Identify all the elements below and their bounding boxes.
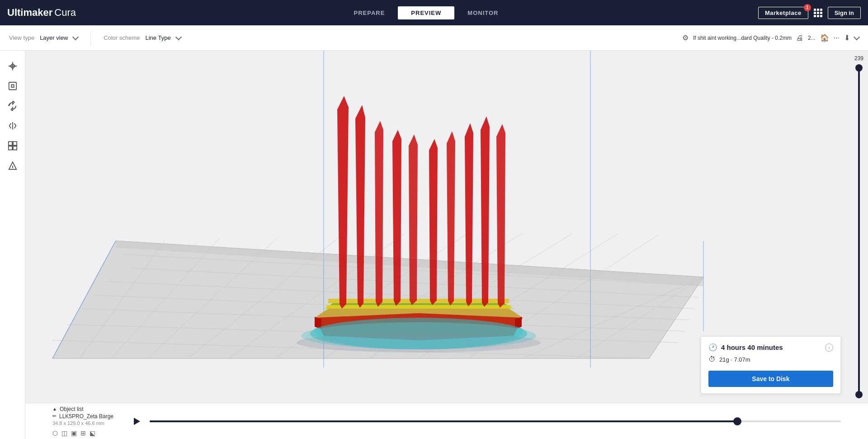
svg-marker-47 xyxy=(465,123,473,306)
playback-thumb[interactable] xyxy=(733,417,741,425)
tool-mirror[interactable] xyxy=(5,118,21,134)
layer-slider-track[interactable] xyxy=(858,64,860,398)
view-type-value: Layer view xyxy=(40,34,68,41)
color-scheme-label: Color scheme xyxy=(104,34,140,41)
layer-slider-panel: 239 xyxy=(850,51,868,403)
mini-icons-row: ⬡ ◫ ▣ ⊞ ⬕ xyxy=(52,429,113,437)
toolbar-right: ⚙ If shit aint working...dard Quality - … xyxy=(682,33,859,42)
edit-icon: ✏ xyxy=(52,413,57,419)
profile-settings-icon[interactable]: 🏠 xyxy=(820,33,829,42)
toolbar-bar: View type Layer view Color scheme Line T… xyxy=(0,25,868,51)
tab-preview[interactable]: PREVIEW xyxy=(398,6,454,19)
clock-icon: 🕐 xyxy=(708,343,717,352)
nav-tabs: PREPARE PREVIEW MONITOR xyxy=(94,6,758,19)
front-icon[interactable]: ▣ xyxy=(71,429,77,437)
marketplace-badge: 1 xyxy=(804,4,811,11)
copy-icon[interactable]: ⬕ xyxy=(90,429,95,437)
playback-slider[interactable] xyxy=(150,420,841,422)
main-area: ▲ Object list ✏ LLK5PRO_Zeta Barge 34.8 … xyxy=(0,51,868,439)
apps-grid-icon[interactable] xyxy=(814,9,822,17)
view-type-dropdown[interactable]: View type Layer view xyxy=(9,34,78,41)
toolbar-divider-1 xyxy=(90,31,91,45)
object-list-label: Object list xyxy=(60,406,84,412)
color-scheme-value: Line Type xyxy=(145,34,170,41)
more-options-icon[interactable]: ··· xyxy=(834,34,840,42)
shape-icon[interactable]: ◫ xyxy=(61,429,67,437)
play-triangle-icon xyxy=(134,418,140,425)
logo-light: Cura xyxy=(54,7,76,19)
save-to-disk-button[interactable]: Save to Disk xyxy=(708,371,833,387)
svg-marker-43 xyxy=(392,130,401,306)
marketplace-label: Marketplace xyxy=(765,10,802,16)
logo-bold: Ultimaker xyxy=(7,7,52,19)
time-row: 🕐 4 hours 40 minutes i xyxy=(708,343,833,352)
svg-marker-44 xyxy=(409,134,418,305)
playback-bar xyxy=(113,416,859,427)
svg-marker-48 xyxy=(481,116,490,307)
settings-icon[interactable]: ⚙ xyxy=(682,33,689,42)
layer-number: 239 xyxy=(854,55,863,62)
tool-scale[interactable] xyxy=(5,78,21,94)
svg-rect-3 xyxy=(8,146,12,150)
app-logo: Ultimaker Cura xyxy=(7,7,76,19)
svg-marker-46 xyxy=(447,131,455,305)
toolbar-expand-button[interactable] xyxy=(854,37,859,39)
object-list-row: ▲ Object list xyxy=(52,406,113,412)
chevron-up-icon: ▲ xyxy=(52,406,57,411)
color-scheme-dropdown[interactable]: Color scheme Line Type xyxy=(104,34,180,41)
tab-prepare[interactable]: PREPARE xyxy=(340,6,398,19)
viewport[interactable]: ▲ Object list ✏ LLK5PRO_Zeta Barge 34.8 … xyxy=(25,51,868,439)
estimate-material: 21g · 7.07m xyxy=(719,356,750,363)
download-icon[interactable]: ⬇ xyxy=(844,33,850,42)
tab-monitor[interactable]: MONITOR xyxy=(454,6,511,19)
estimate-time: 4 hours 40 minutes xyxy=(721,344,821,351)
layer-thumb-top[interactable] xyxy=(855,64,863,72)
left-sidebar xyxy=(0,51,25,439)
object-info: ▲ Object list ✏ LLK5PRO_Zeta Barge 34.8 … xyxy=(52,406,113,437)
tool-support[interactable] xyxy=(5,157,21,174)
svg-marker-42 xyxy=(375,121,383,307)
object-dimensions: 34.8 x 129.0 x 46.6 mm xyxy=(52,420,113,426)
nav-right: Marketplace 1 Sign in xyxy=(758,7,861,19)
top-navigation: Ultimaker Cura PREPARE PREVIEW MONITOR M… xyxy=(0,0,868,25)
profile-text: If shit aint working...dard Quality - 0.… xyxy=(693,35,792,41)
svg-marker-45 xyxy=(429,139,438,305)
bottom-bar: ▲ Object list ✏ LLK5PRO_Zeta Barge 34.8 … xyxy=(25,403,868,439)
tool-per-model[interactable] xyxy=(5,138,21,154)
box-icon[interactable]: ⬡ xyxy=(52,429,58,437)
tool-rotate[interactable] xyxy=(5,98,21,114)
view-type-label: View type xyxy=(9,34,34,41)
info-icon[interactable]: i xyxy=(825,344,833,352)
material-icon: ⏱ xyxy=(708,355,716,363)
profile-extra: 2... xyxy=(808,35,816,41)
object-name-row: ✏ LLK5PRO_Zeta Barge xyxy=(52,413,113,420)
svg-rect-2 xyxy=(13,142,16,145)
marketplace-button[interactable]: Marketplace 1 xyxy=(758,7,808,19)
printer-icon[interactable]: 🖨 xyxy=(796,34,803,42)
merge-icon[interactable]: ⊞ xyxy=(80,429,86,437)
material-row: ⏱ 21g · 7.07m xyxy=(708,355,833,363)
tool-move[interactable] xyxy=(5,58,21,74)
playback-fill xyxy=(150,420,737,422)
signin-button[interactable]: Sign in xyxy=(828,7,861,19)
svg-point-54 xyxy=(297,333,541,353)
svg-rect-4 xyxy=(13,146,16,150)
layer-thumb-bottom[interactable] xyxy=(855,391,863,398)
play-button[interactable] xyxy=(132,416,142,427)
svg-rect-1 xyxy=(8,142,12,145)
svg-marker-49 xyxy=(496,124,505,308)
object-name: LLK5PRO_Zeta Barge xyxy=(59,413,113,420)
estimate-card: 🕐 4 hours 40 minutes i ⏱ 21g · 7.07m Sav… xyxy=(701,336,841,394)
svg-rect-0 xyxy=(9,82,16,90)
